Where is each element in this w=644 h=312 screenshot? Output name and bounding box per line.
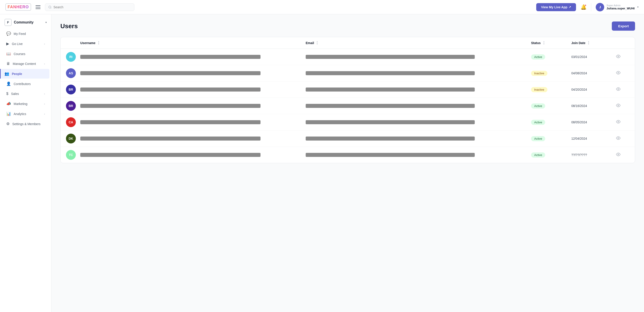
play-icon: ▶: [6, 41, 9, 46]
book-icon: 📖: [6, 52, 11, 56]
sidebar-item-label: My Feed: [14, 32, 45, 36]
status-badge: Active: [531, 136, 545, 141]
email-cell: [306, 104, 531, 108]
view-user-button[interactable]: [616, 71, 620, 76]
dollar-icon: $: [6, 92, 8, 96]
sidebar-item-contributors[interactable]: 👤 Contributors: [2, 79, 50, 89]
avatar: TC: [66, 150, 80, 160]
email-cell: [306, 153, 531, 157]
column-options-icon[interactable]: ⋮: [542, 41, 546, 45]
view-user-button[interactable]: [616, 136, 620, 141]
page-header: Users Export: [60, 22, 635, 31]
table-row: RI Active 03/01/2024: [60, 49, 635, 65]
avatar: CA: [66, 117, 80, 127]
status-cell: Active: [531, 103, 571, 109]
settings-icon: ⚙: [6, 122, 10, 126]
export-button[interactable]: Export: [612, 22, 635, 31]
page-title: Users: [60, 23, 78, 30]
row-actions: [616, 103, 630, 109]
table-header: Username ⋮ Email ⋮ Status ⋮ Join Date ⋮: [60, 37, 635, 49]
username-cell: [80, 137, 306, 141]
email-cell: [306, 71, 531, 75]
view-user-button[interactable]: [616, 87, 620, 92]
logo[interactable]: FANHERO: [5, 3, 31, 11]
row-actions: [616, 54, 630, 60]
nav-actions: View My Live App ↗ 🔔 J Super Admin Julia…: [536, 3, 639, 12]
sidebar-item-manage-content[interactable]: 🖥 Manage Content ›: [2, 59, 50, 69]
chevron-right-icon: ›: [44, 63, 45, 65]
username-cell: [80, 153, 306, 157]
megaphone-icon: 📣: [6, 101, 11, 106]
email-cell: [306, 88, 531, 92]
analytics-icon: 📊: [6, 111, 11, 116]
chevron-down-icon: ▾: [637, 6, 639, 9]
sidebar-item-people[interactable]: 👥 People: [0, 69, 50, 79]
status-badge: Active: [531, 120, 545, 125]
community-label: Community: [14, 20, 34, 25]
main-layout: F Community ▾ 💬 My Feed ▶ Go Live › 📖 Co…: [0, 14, 644, 312]
user-menu[interactable]: J Super Admin Juliana.super_WUHI ▾: [596, 3, 639, 12]
view-live-button[interactable]: View My Live App ↗: [536, 3, 576, 11]
column-options-icon[interactable]: ⋮: [587, 41, 590, 45]
table-row: AS Inactive 04/08/2024: [60, 65, 635, 82]
avatar: RI: [66, 52, 80, 62]
view-user-button[interactable]: [616, 120, 620, 125]
hamburger-menu[interactable]: [36, 5, 40, 9]
table-row: BR Active 08/16/2024: [60, 98, 635, 114]
join-date-cell: 12/04/2024: [571, 137, 616, 140]
chevron-right-icon: ›: [44, 43, 45, 45]
col-header-join-date: Join Date ⋮: [571, 41, 616, 45]
sidebar-item-label: Manage Content: [13, 62, 41, 66]
sidebar-item-analytics[interactable]: 📊 Analytics ›: [2, 109, 50, 119]
notifications-button[interactable]: 🔔: [580, 4, 586, 10]
col-header-status: Status ⋮: [531, 41, 571, 45]
status-badge: Active: [531, 152, 545, 158]
sidebar-item-my-feed[interactable]: 💬 My Feed: [2, 29, 50, 39]
svg-point-8: [618, 154, 619, 155]
sidebar-item-label: Analytics: [14, 112, 41, 116]
svg-point-2: [618, 56, 619, 57]
chevron-right-icon: ›: [44, 113, 45, 115]
contributor-icon: 👤: [6, 82, 11, 86]
status-cell: Active: [531, 54, 571, 60]
chat-icon: 💬: [6, 31, 11, 36]
row-actions: [616, 152, 630, 158]
table-body: RI Active 03/01/2024 AS Inactive 04: [60, 49, 635, 163]
view-user-button[interactable]: [616, 54, 620, 60]
sidebar-item-courses[interactable]: 📖 Courses: [2, 49, 50, 59]
status-cell: Active: [531, 120, 571, 125]
search-input[interactable]: [54, 5, 131, 9]
sidebar-item-sales[interactable]: $ Sales ›: [2, 89, 50, 99]
column-options-icon[interactable]: ⋮: [97, 41, 100, 45]
join-date-cell: ??/??/????: [571, 153, 616, 157]
status-badge: Active: [531, 103, 545, 109]
join-date-cell: 08/05/2024: [571, 120, 616, 124]
status-badge: Inactive: [531, 87, 548, 92]
sidebar-community[interactable]: F Community ▾: [0, 16, 51, 29]
join-date-cell: 04/08/2024: [571, 71, 616, 75]
join-date-cell: 08/16/2024: [571, 104, 616, 108]
sidebar-item-settings[interactable]: ⚙ Settings & Members: [2, 119, 50, 129]
email-cell: [306, 55, 531, 59]
external-link-icon: ↗: [569, 5, 571, 9]
table-row: CA Active 08/05/2024: [60, 114, 635, 131]
chevron-right-icon: ›: [44, 103, 45, 105]
avatar: DK: [66, 134, 80, 143]
view-user-button[interactable]: [616, 103, 620, 109]
community-chevron-icon: ▾: [46, 21, 47, 24]
column-options-icon[interactable]: ⋮: [315, 41, 319, 45]
svg-point-5: [618, 105, 619, 106]
status-cell: Active: [531, 136, 571, 141]
username-cell: [80, 88, 306, 92]
sidebar-item-marketing[interactable]: 📣 Marketing ›: [2, 99, 50, 109]
view-user-button[interactable]: [616, 152, 620, 158]
row-actions: [616, 120, 630, 125]
avatar: J: [596, 3, 604, 12]
sidebar-item-label: Sales: [11, 92, 41, 96]
sidebar-item-go-live[interactable]: ▶ Go Live ›: [2, 39, 50, 49]
svg-point-6: [618, 121, 619, 122]
monitor-icon: 🖥: [6, 62, 10, 66]
search-icon: [48, 5, 52, 9]
status-cell: Inactive: [531, 87, 571, 92]
username-cell: [80, 120, 306, 124]
